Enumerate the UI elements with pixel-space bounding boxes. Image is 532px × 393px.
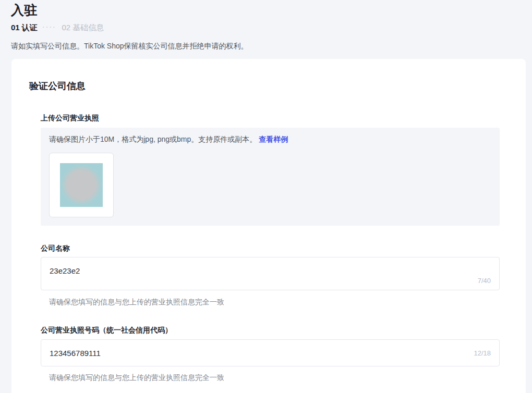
license-number-input[interactable] — [50, 349, 436, 358]
onboarding-page: 入驻 01 认证 ···· 02 基础信息 请如实填写公司信息。TikTok S… — [0, 0, 532, 393]
page-title: 入驻 — [11, 0, 38, 20]
upload-license-label: 上传公司营业执照 — [41, 113, 99, 123]
license-thumbnail[interactable] — [49, 153, 114, 217]
license-number-helper: 请确保您填写的信息与您上传的营业执照信息完全一致 — [49, 372, 224, 383]
company-name-helper: 请确保您填写的信息与您上传的营业执照信息完全一致 — [49, 297, 224, 307]
step-2-basic-info: 02 基础信息 — [62, 22, 104, 33]
page-description: 请如实填写公司信息。TikTok Shop保留核实公司信息并拒绝申请的权利。 — [11, 41, 248, 51]
section-title: 验证公司信息 — [29, 80, 86, 92]
license-number-counter: 12/18 — [474, 349, 491, 358]
company-name-field[interactable]: 7/40 — [41, 257, 500, 290]
step-1-certification: 01 认证 — [11, 22, 38, 33]
step-separator-dots: ···· — [43, 22, 57, 32]
company-name-label: 公司名称 — [41, 243, 70, 253]
upload-hint: 请确保图片小于10M，格式为jpg, png或bmp。支持原件或副本。查看样例 — [49, 134, 288, 144]
license-number-label: 公司营业执照号码（统一社会信用代码） — [41, 325, 172, 335]
license-preview-image — [60, 163, 103, 207]
upload-dropzone: 请确保图片小于10M，格式为jpg, png或bmp。支持原件或副本。查看样例 — [41, 128, 500, 226]
upload-hint-text: 请确保图片小于10M，格式为jpg, png或bmp。支持原件或副本。 — [49, 135, 257, 143]
view-sample-link[interactable]: 查看样例 — [259, 135, 288, 143]
company-verification-card: 验证公司信息 上传公司营业执照 请确保图片小于10M，格式为jpg, png或b… — [11, 59, 526, 393]
company-name-counter: 7/40 — [478, 276, 491, 286]
step-indicator: 01 认证 ···· 02 基础信息 — [11, 22, 104, 33]
company-name-input[interactable] — [50, 266, 436, 275]
license-number-field[interactable]: 12/18 — [41, 339, 500, 366]
